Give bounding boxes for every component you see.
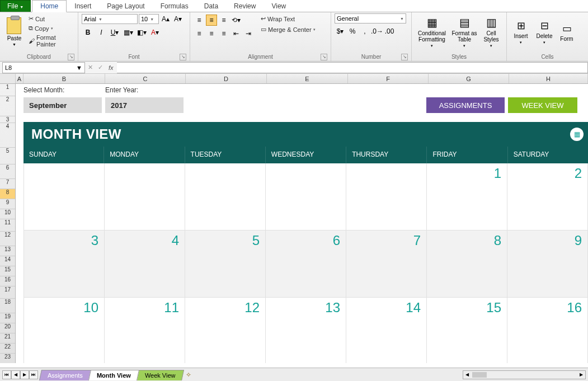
percent-icon[interactable]: % — [347, 26, 358, 37]
row-23[interactable]: 23 — [0, 354, 15, 363]
calendar-cell[interactable] — [346, 163, 427, 231]
copy-button[interactable]: ⧉Copy▾ — [27, 24, 74, 32]
clipboard-launcher[interactable]: ↘ — [68, 54, 74, 60]
calendar-cell[interactable]: 5 — [185, 231, 266, 298]
alignment-launcher[interactable]: ↘ — [321, 54, 327, 60]
tab-view[interactable]: View — [264, 1, 294, 12]
align-right-icon[interactable]: ≡ — [218, 28, 229, 39]
fill-color-button[interactable]: ◧▾ — [135, 27, 148, 38]
font-name-combo[interactable]: Arial▼ — [82, 14, 138, 24]
row-22[interactable]: 22 — [0, 344, 15, 354]
col-F[interactable]: F — [348, 74, 429, 83]
number-launcher[interactable]: ↘ — [401, 54, 408, 60]
fx-icon[interactable]: fx — [109, 64, 114, 71]
format-painter-button[interactable]: 🖌Format Painter — [27, 34, 74, 48]
assignments-button[interactable]: ASSIGNMENTS — [426, 97, 505, 113]
row-3[interactable]: 3 — [0, 116, 15, 123]
row-14[interactable]: 14 — [0, 256, 15, 266]
calendar-cell[interactable]: 10 — [23, 298, 105, 363]
col-E[interactable]: E — [267, 74, 348, 83]
row-11[interactable]: 11 — [0, 219, 15, 232]
tab-page-layout[interactable]: Page Layout — [99, 1, 152, 12]
conditional-formatting-button[interactable]: ▦Conditional Formatting▾ — [415, 13, 449, 50]
calendar-cell[interactable]: 4 — [105, 231, 185, 298]
align-center-icon[interactable]: ≡ — [206, 28, 217, 39]
name-box[interactable]: L8▼ — [2, 62, 85, 73]
row-8[interactable]: 8 — [0, 189, 15, 199]
row-2[interactable]: 2 — [0, 96, 15, 116]
calendar-cell[interactable]: 6 — [266, 231, 346, 298]
worksheet[interactable]: Select Month: Enter Year: September 2017… — [16, 84, 588, 363]
row-16[interactable]: 16 — [0, 276, 15, 286]
col-H[interactable]: H — [509, 74, 588, 83]
italic-button[interactable]: I — [95, 27, 107, 38]
row-20[interactable]: 20 — [0, 323, 15, 333]
cell-styles-button[interactable]: ▥Cell Styles▾ — [480, 13, 502, 50]
row-4[interactable]: 4 — [0, 123, 15, 148]
tab-nav-last-icon[interactable]: ⏭ — [29, 370, 38, 379]
decrease-font-icon[interactable]: A▾ — [172, 13, 184, 25]
horizontal-scrollbar[interactable]: ◀▶ — [463, 370, 586, 379]
row-1[interactable]: 1 — [0, 84, 15, 96]
font-launcher[interactable]: ↘ — [180, 54, 186, 60]
paste-button[interactable]: Paste▼ — [3, 13, 25, 50]
orientation-icon[interactable]: ⟲▾ — [231, 15, 242, 26]
row-13[interactable]: 13 — [0, 246, 15, 256]
row-9[interactable]: 9 — [0, 199, 15, 209]
comma-icon[interactable]: , — [359, 26, 370, 37]
tab-nav-next-icon[interactable]: ▶ — [20, 370, 29, 379]
bold-button[interactable]: B — [82, 27, 94, 38]
calendar-cell[interactable]: 8 — [427, 231, 507, 298]
calendar-cell[interactable]: 14 — [346, 298, 427, 363]
cut-button[interactable]: ✂Cut — [27, 15, 74, 23]
number-format-combo[interactable]: General▼ — [335, 13, 406, 23]
calendar-cell[interactable]: 12 — [185, 298, 266, 363]
row-19[interactable]: 19 — [0, 313, 15, 323]
accounting-icon[interactable]: $▾ — [335, 26, 346, 37]
merge-center-button[interactable]: ▭Merge & Center▾ — [260, 25, 317, 34]
week-view-button[interactable]: WEEK VIEW — [508, 97, 577, 113]
decrease-decimal-icon[interactable]: .00 — [384, 26, 395, 37]
sheet-tab-week-view[interactable]: Week View — [137, 370, 184, 380]
row-21[interactable]: 21 — [0, 333, 15, 344]
calendar-cell[interactable]: 9 — [507, 231, 588, 298]
new-sheet-icon[interactable]: ✧ — [186, 371, 191, 379]
sheet-tab-month-view[interactable]: Month View — [88, 370, 139, 380]
col-A[interactable]: A — [16, 74, 23, 83]
row-12[interactable]: 12 — [0, 232, 15, 246]
increase-indent-icon[interactable]: ⇥ — [243, 28, 254, 39]
calendar-cell[interactable]: 11 — [105, 298, 185, 363]
format-as-table-button[interactable]: ▤Format as Table▾ — [451, 13, 478, 50]
border-button[interactable]: ▦▾ — [122, 27, 134, 38]
calendar-cell[interactable]: 16 — [507, 298, 588, 363]
increase-decimal-icon[interactable]: .0→ — [371, 26, 383, 37]
format-cells-button[interactable]: ▭Form — [557, 13, 576, 50]
tab-nav-first-icon[interactable]: ⏮ — [2, 370, 11, 379]
calendar-cell[interactable]: 3 — [23, 231, 105, 298]
calendar-cell[interactable]: 1 — [427, 163, 507, 231]
decrease-indent-icon[interactable]: ⇤ — [231, 28, 242, 39]
align-bottom-icon[interactable]: ≡ — [218, 15, 229, 26]
tab-review[interactable]: Review — [226, 1, 264, 12]
delete-cells-button[interactable]: ⊟Delete▾ — [534, 13, 555, 50]
tab-nav-prev-icon[interactable]: ◀ — [11, 370, 20, 379]
col-D[interactable]: D — [186, 74, 267, 83]
select-all-corner[interactable] — [0, 74, 16, 83]
tab-formulas[interactable]: Formulas — [153, 1, 196, 12]
align-top-icon[interactable]: ≡ — [194, 15, 205, 26]
col-C[interactable]: C — [105, 74, 186, 83]
calendar-cell[interactable]: 13 — [266, 298, 346, 363]
month-input[interactable]: September — [23, 97, 102, 113]
row-18[interactable]: 18 — [0, 299, 15, 313]
tab-insert[interactable]: Insert — [67, 1, 99, 12]
tab-data[interactable]: Data — [196, 1, 226, 12]
increase-font-icon[interactable]: A▴ — [160, 13, 171, 25]
formula-input[interactable] — [117, 62, 588, 73]
enter-formula-icon[interactable]: ✓ — [95, 64, 105, 71]
font-color-button[interactable]: A▾ — [149, 27, 161, 38]
tab-file[interactable]: File▼ — [0, 0, 31, 12]
col-G[interactable]: G — [429, 74, 509, 83]
year-input[interactable]: 2017 — [105, 97, 184, 113]
font-size-combo[interactable]: 10▼ — [139, 14, 159, 24]
col-B[interactable]: B — [23, 74, 105, 83]
